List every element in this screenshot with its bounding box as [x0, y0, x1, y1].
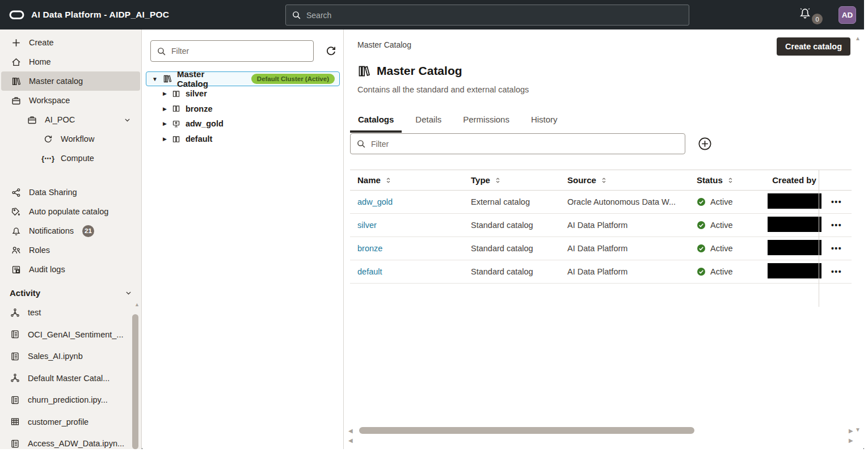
global-search	[285, 5, 689, 26]
catalog-icon	[11, 76, 22, 87]
refresh-icon[interactable]	[324, 44, 338, 58]
create-catalog-button[interactable]: Create catalog	[777, 37, 850, 56]
book-icon	[172, 90, 180, 98]
sidebar-item-notifications[interactable]: Notifications 21	[1, 221, 140, 240]
activity-item-notebook[interactable]: Access_ADW_Data.ipyn...	[0, 433, 141, 449]
tab-history[interactable]: History	[523, 110, 566, 133]
scroll-left-icon[interactable]: ◀	[348, 437, 353, 444]
tree-filter-input[interactable]	[171, 47, 307, 56]
outer-horizontal-scrollbar: ◀ ▶	[348, 437, 859, 444]
sort-icon[interactable]	[727, 176, 734, 184]
activity-item-flow[interactable]: Default Master Catal...	[0, 367, 141, 390]
catalog-source: Oracle Autonomous Data W...	[567, 197, 676, 206]
tree-node-default[interactable]: ▶ default	[146, 132, 340, 147]
tree-node-bronze[interactable]: ▶ bronze	[146, 102, 340, 117]
sort-icon[interactable]	[385, 176, 392, 184]
tree-node-label: adw_gold	[186, 119, 224, 128]
table-row: adw_gold External catalog Oracle Autonom…	[350, 191, 852, 214]
activity-header-label: Activity	[10, 288, 40, 298]
column-header-name: Name	[350, 175, 471, 185]
add-catalog-icon[interactable]	[697, 137, 712, 151]
tab-permissions[interactable]: Permissions	[455, 110, 517, 133]
sidebar-item-compute[interactable]: {⋯} Compute	[1, 149, 140, 168]
sidebar-section-activity[interactable]: Activity	[0, 284, 141, 302]
topbar-actions: 0 AD	[799, 0, 856, 29]
roles-icon	[11, 245, 22, 256]
catalog-tree: ▼ Master Catalog Default Cluster (Active…	[146, 71, 340, 146]
tab-catalogs[interactable]: Catalogs	[350, 110, 402, 133]
horizontal-scrollbar-thumb[interactable]	[359, 427, 694, 434]
scroll-right-icon[interactable]: ▶	[849, 437, 853, 444]
row-actions-button[interactable]: •••	[831, 267, 842, 276]
share-icon	[11, 187, 22, 198]
sidebar-item-audit-logs[interactable]: Audit logs	[1, 260, 140, 279]
workflow-icon	[43, 134, 53, 145]
created-by-redacted	[768, 240, 821, 255]
main-scroll-down-icon[interactable]: ▼	[855, 426, 861, 433]
tree-node-silver[interactable]: ▶ silver	[146, 86, 340, 102]
global-search-input[interactable]	[306, 11, 683, 20]
sort-icon[interactable]	[600, 176, 608, 184]
activity-item-notebook[interactable]: churn_prediction.ipy...	[0, 389, 141, 411]
row-actions-button[interactable]: •••	[831, 244, 842, 253]
sidebar-item-auto-populate[interactable]: Auto populate catalog	[1, 202, 140, 221]
notifications-button[interactable]: 0	[799, 6, 818, 23]
table-row: silver Standard catalog AI Data Platform…	[350, 214, 852, 237]
sort-icon[interactable]	[494, 176, 502, 184]
tree-collapsed-icon[interactable]: ▶	[163, 91, 167, 96]
sidebar-item-label: Workspace	[29, 96, 70, 105]
catalog-link[interactable]: default	[357, 267, 382, 276]
tab-details[interactable]: Details	[407, 110, 449, 133]
activity-item-label: churn_prediction.ipy...	[28, 395, 108, 404]
activity-item-label: customer_profile	[28, 417, 89, 426]
table-icon	[10, 416, 20, 427]
sidebar-item-home[interactable]: Home	[1, 52, 140, 71]
tree-filter	[150, 40, 314, 62]
sidebar-item-label: Home	[29, 57, 51, 66]
breadcrumb[interactable]: Master Catalog	[357, 40, 411, 49]
scroll-left-icon[interactable]: ◀	[348, 428, 353, 434]
tree-node-label: bronze	[186, 104, 213, 113]
tree-node-label: default	[186, 134, 213, 143]
activity-item-notebook[interactable]: Sales_AI.ipynb	[0, 345, 141, 367]
catalog-link[interactable]: adw_gold	[357, 197, 393, 206]
catalog-link[interactable]: bronze	[357, 244, 382, 253]
catalog-filter-input[interactable]	[371, 140, 679, 149]
catalog-type: Standard catalog	[471, 267, 533, 276]
user-avatar[interactable]: AD	[838, 6, 856, 24]
chevron-down-icon[interactable]	[124, 116, 131, 124]
sidebar-item-data-sharing[interactable]: Data Sharing	[1, 183, 140, 202]
tree-node-master-catalog[interactable]: ▼ Master Catalog Default Cluster (Active…	[146, 71, 340, 86]
tree-node-adw-gold[interactable]: ▶ adw_gold	[146, 116, 340, 132]
sidebar-scrollbar-thumb[interactable]	[132, 314, 138, 449]
notifications-count-badge: 21	[82, 225, 94, 237]
scroll-right-icon[interactable]: ▶	[849, 428, 853, 434]
tree-node-label: silver	[186, 89, 207, 98]
activity-item-table[interactable]: customer_profile	[0, 411, 141, 433]
catalog-link[interactable]: silver	[357, 221, 377, 230]
status-active-icon	[697, 267, 706, 276]
sidebar-item-label: Roles	[29, 246, 50, 255]
tree-expanded-icon[interactable]: ▼	[152, 76, 158, 82]
sidebar-item-workspace[interactable]: Workspace	[1, 91, 140, 110]
sidebar-item-ai-poc[interactable]: AI_POC	[1, 110, 140, 129]
row-actions-button[interactable]: •••	[831, 197, 842, 206]
chevron-down-icon[interactable]	[125, 289, 132, 297]
activity-item-notebook[interactable]: OCI_GenAI_Sentiment_...	[0, 324, 141, 346]
sidebar-item-master-catalog[interactable]: Master catalog	[1, 71, 140, 91]
tree-collapsed-icon[interactable]: ▶	[163, 136, 167, 142]
tree-collapsed-icon[interactable]: ▶	[163, 121, 167, 126]
book-icon	[172, 135, 180, 143]
main-scroll-up-icon[interactable]: ▲	[855, 35, 861, 41]
activity-item-test[interactable]: test	[0, 302, 141, 324]
sidebar-item-create[interactable]: Create	[1, 33, 140, 52]
sidebar-item-workflow[interactable]: Workflow	[1, 129, 140, 149]
brand: AI Data Platform - AIDP_AI_POC	[0, 9, 276, 20]
table-row: bronze Standard catalog AI Data Platform…	[350, 237, 852, 260]
app-window: AI Data Platform - AIDP_AI_POC 0 AD Crea…	[0, 0, 864, 449]
activity-item-label: Access_ADW_Data.ipyn...	[28, 439, 124, 448]
home-icon	[11, 57, 22, 67]
tree-collapsed-icon[interactable]: ▶	[163, 106, 167, 112]
row-actions-button[interactable]: •••	[831, 221, 842, 230]
sidebar-item-roles[interactable]: Roles	[1, 240, 140, 260]
